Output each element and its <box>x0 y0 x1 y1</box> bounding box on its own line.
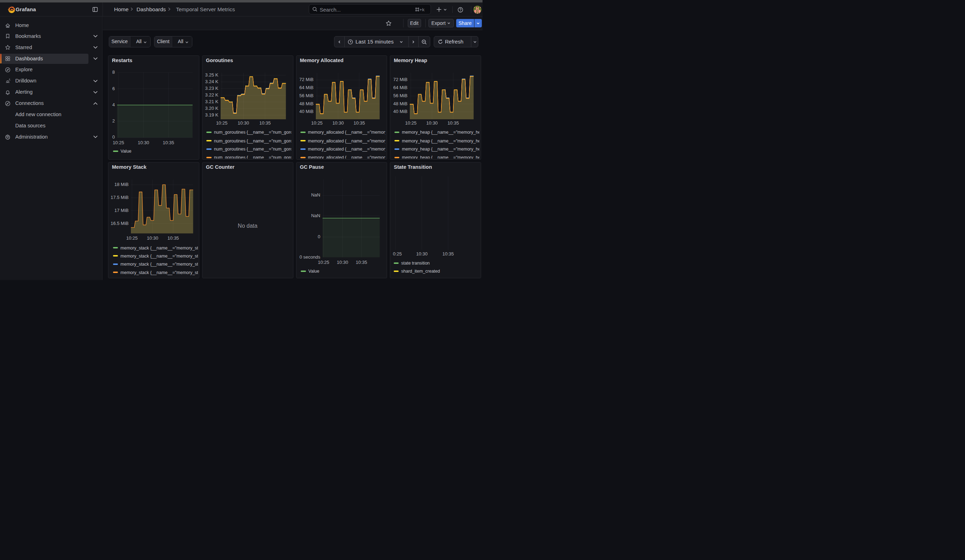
svg-text:6: 6 <box>112 86 115 91</box>
svg-text:10:35: 10:35 <box>356 260 367 265</box>
svg-text:3.21 K: 3.21 K <box>205 99 219 104</box>
svg-text:10:35: 10:35 <box>167 235 179 241</box>
svg-text:10:25: 10:25 <box>126 235 138 241</box>
svg-text:64 MiB: 64 MiB <box>393 85 407 90</box>
svg-text:4: 4 <box>112 102 115 107</box>
svg-text:16.5 MiB: 16.5 MiB <box>111 221 128 226</box>
svg-text:0 seconds: 0 seconds <box>299 255 321 260</box>
svg-text:48 MiB: 48 MiB <box>393 101 407 106</box>
svg-text:10:35: 10:35 <box>259 120 271 126</box>
svg-text:3.20 K: 3.20 K <box>205 106 219 111</box>
svg-text:48 MiB: 48 MiB <box>299 101 313 106</box>
svg-text:NaN: NaN <box>311 192 321 198</box>
svg-text:72 MiB: 72 MiB <box>393 77 407 82</box>
svg-text:64 MiB: 64 MiB <box>299 85 313 90</box>
svg-text:3.23 K: 3.23 K <box>205 86 219 91</box>
svg-text:10:30: 10:30 <box>337 260 348 265</box>
svg-text:0: 0 <box>317 234 320 239</box>
svg-text:3.24 K: 3.24 K <box>205 79 219 84</box>
svg-text:10:35: 10:35 <box>163 140 174 145</box>
svg-text:0: 0 <box>112 134 115 140</box>
svg-text:40 MiB: 40 MiB <box>393 109 407 114</box>
svg-text:10:35: 10:35 <box>447 120 459 126</box>
svg-text:72 MiB: 72 MiB <box>299 77 313 82</box>
svg-text:56 MiB: 56 MiB <box>299 93 313 98</box>
svg-text:10:35: 10:35 <box>353 120 365 126</box>
svg-text:10:25: 10:25 <box>216 120 228 126</box>
svg-text:0:25: 0:25 <box>393 251 402 256</box>
svg-text:10:30: 10:30 <box>426 120 438 126</box>
svg-text:10:30: 10:30 <box>237 120 249 126</box>
svg-text:10:25: 10:25 <box>311 120 323 126</box>
svg-text:2: 2 <box>112 118 115 124</box>
svg-text:10:30: 10:30 <box>137 140 149 145</box>
svg-text:17 MiB: 17 MiB <box>114 208 128 213</box>
svg-text:10:35: 10:35 <box>443 251 454 256</box>
svg-text:10:30: 10:30 <box>332 120 344 126</box>
svg-text:10:30: 10:30 <box>147 235 159 241</box>
svg-text:10:30: 10:30 <box>416 251 428 256</box>
svg-text:3.22 K: 3.22 K <box>205 92 219 98</box>
svg-text:18 MiB: 18 MiB <box>114 182 128 187</box>
svg-text:10:25: 10:25 <box>405 120 417 126</box>
svg-text:3.19 K: 3.19 K <box>205 112 219 118</box>
svg-text:NaN: NaN <box>311 213 321 218</box>
svg-text:40 MiB: 40 MiB <box>299 109 313 114</box>
svg-text:56 MiB: 56 MiB <box>393 93 407 98</box>
svg-text:10:25: 10:25 <box>113 140 124 145</box>
svg-text:10:25: 10:25 <box>318 260 329 265</box>
svg-text:17.5 MiB: 17.5 MiB <box>111 195 128 200</box>
svg-text:8: 8 <box>112 70 115 75</box>
svg-text:3.25 K: 3.25 K <box>205 72 219 78</box>
